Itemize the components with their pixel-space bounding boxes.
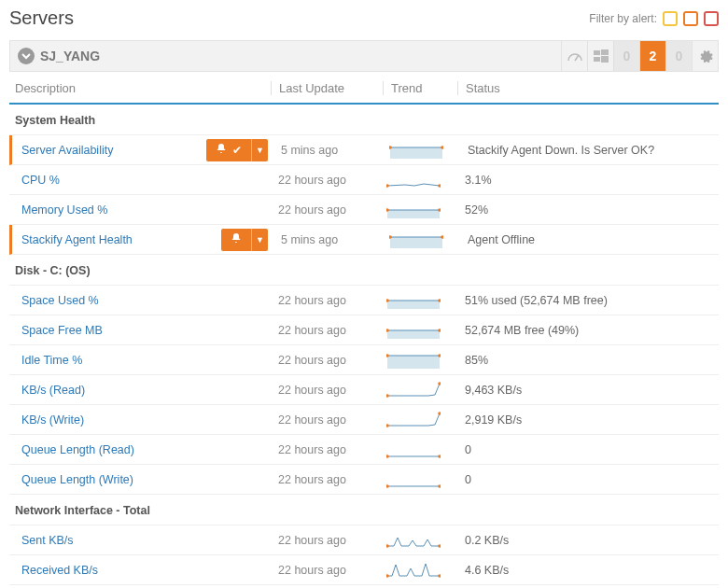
server-name: SJ_YANG: [40, 49, 561, 63]
svg-point-21: [386, 424, 389, 427]
last-update-value: 22 hours ago: [271, 384, 383, 397]
metric-link[interactable]: Space Free MB: [21, 324, 103, 337]
gauge-icon[interactable]: [561, 41, 587, 71]
bell-icon: [216, 143, 227, 157]
metric-link[interactable]: Queue Length (Write): [21, 473, 133, 486]
table-header: Description Last Update Trend Status: [9, 72, 719, 105]
section-header: System Health: [9, 105, 719, 135]
metric-link[interactable]: Stackify Agent Health: [21, 233, 133, 246]
metric-link[interactable]: Space Used %: [21, 294, 99, 307]
svg-rect-1: [594, 50, 600, 55]
metric-link[interactable]: Received KB/s: [21, 564, 98, 577]
last-update-value: 5 mins ago: [273, 233, 385, 246]
table-row: Sent KB/s 22 hours ago 0.2 KB/s: [9, 525, 719, 555]
trend-sparkline: [383, 562, 457, 579]
metric-link[interactable]: KB/s (Write): [21, 413, 84, 427]
status-value: 52%: [457, 203, 719, 217]
alert-dropdown[interactable]: ▼: [251, 139, 268, 161]
alert-button[interactable]: [221, 229, 251, 251]
metric-link[interactable]: Queue Length (Read): [21, 443, 134, 456]
metric-link[interactable]: CPU %: [21, 174, 60, 187]
svg-point-22: [438, 412, 441, 415]
trend-sparkline: [383, 292, 457, 309]
filter-label: Filter by alert:: [589, 12, 657, 25]
svg-point-26: [438, 484, 441, 488]
status-value: Stackify Agent Down. Is Server OK?: [460, 144, 719, 157]
last-update-value: 22 hours ago: [271, 473, 383, 486]
svg-rect-3: [594, 57, 600, 62]
server-row[interactable]: SJ_YANG 0 2 0: [9, 40, 719, 72]
col-description: Description: [9, 81, 271, 95]
chevron-down-icon[interactable]: [18, 48, 35, 64]
trend-sparkline: [383, 412, 457, 428]
svg-point-7: [386, 184, 389, 188]
filter-yellow-box[interactable]: [663, 11, 678, 26]
trend-sparkline: [383, 441, 457, 458]
col-status: Status: [457, 81, 719, 95]
svg-point-28: [438, 544, 441, 548]
metric-link[interactable]: Memory Used %: [21, 203, 107, 217]
alert-count-red[interactable]: 0: [665, 41, 692, 71]
alert-count-yellow[interactable]: 0: [613, 41, 639, 71]
status-value: 9,463 KB/s: [457, 384, 719, 397]
table-row: Queue Length (Write) 22 hours ago 0: [9, 465, 719, 495]
svg-point-8: [438, 184, 441, 188]
svg-point-27: [386, 544, 389, 548]
last-update-value: 22 hours ago: [271, 443, 383, 456]
table-row: Received KB/s 22 hours ago 4.6 KB/s: [9, 555, 719, 585]
metric-link[interactable]: Sent KB/s: [21, 534, 74, 547]
col-last-update: Last Update: [271, 81, 383, 95]
status-value: 0: [457, 443, 719, 456]
status-value: 0: [457, 473, 719, 486]
last-update-value: 22 hours ago: [271, 354, 383, 367]
last-update-value: 22 hours ago: [271, 203, 383, 217]
status-value: Agent Offline: [460, 233, 719, 246]
metric-link[interactable]: Server Availability: [21, 144, 113, 157]
filter-by-alert: Filter by alert:: [589, 11, 719, 26]
alert-count-orange[interactable]: 2: [639, 41, 665, 71]
filter-red-box[interactable]: [704, 11, 719, 26]
svg-point-23: [386, 455, 389, 458]
svg-point-24: [438, 455, 441, 458]
windows-icon[interactable]: [587, 41, 613, 71]
last-update-value: 22 hours ago: [271, 294, 383, 307]
svg-point-25: [386, 484, 389, 488]
svg-point-30: [438, 574, 441, 578]
table-row: Stackify Agent Health ▼ 5 mins ago Agent…: [9, 225, 719, 255]
metric-link[interactable]: KB/s (Read): [21, 384, 85, 397]
page-title: Servers: [9, 7, 74, 29]
trend-sparkline: [385, 231, 460, 248]
table-row: KB/s (Read) 22 hours ago 9,463 KB/s: [9, 375, 719, 405]
table-row: Queue Length (Read) 22 hours ago 0: [9, 435, 719, 465]
alert-dropdown[interactable]: ▼: [251, 229, 268, 251]
last-update-value: 5 mins ago: [273, 144, 385, 157]
trend-sparkline: [383, 382, 457, 399]
svg-rect-2: [601, 49, 609, 55]
table-row: Memory Used % 22 hours ago 52%: [9, 195, 719, 225]
trend-sparkline: [383, 322, 457, 339]
table-row: KB/s (Write) 22 hours ago 2,919 KB/s: [9, 405, 719, 435]
status-value: 52,674 MB free (49%): [457, 324, 719, 337]
trend-sparkline: [383, 532, 457, 549]
svg-point-29: [386, 574, 389, 578]
table-row: Server Availability ✔ ▼ 5 mins ago Stack…: [9, 135, 719, 165]
trend-sparkline: [383, 202, 457, 218]
status-value: 4.6 KB/s: [457, 564, 719, 577]
last-update-value: 22 hours ago: [271, 174, 383, 187]
last-update-value: 22 hours ago: [271, 413, 383, 427]
section-header: Disk - C: (OS): [9, 255, 719, 286]
svg-line-0: [575, 55, 579, 61]
check-icon: ✔: [232, 144, 242, 157]
status-value: 2,919 KB/s: [457, 413, 719, 427]
trend-sparkline: [383, 471, 457, 488]
status-value: 85%: [457, 354, 719, 367]
table-row: Space Free MB 22 hours ago 52,674 MB fre…: [9, 315, 719, 345]
table-row: CPU % 22 hours ago 3.1%: [9, 165, 719, 195]
last-update-value: 22 hours ago: [271, 534, 383, 547]
alert-button[interactable]: ✔: [206, 139, 251, 161]
filter-orange-box[interactable]: [683, 11, 698, 26]
svg-point-20: [438, 382, 441, 385]
metric-link[interactable]: Idle Time %: [21, 354, 82, 367]
bell-icon: [231, 232, 242, 246]
gear-icon[interactable]: [692, 41, 718, 71]
